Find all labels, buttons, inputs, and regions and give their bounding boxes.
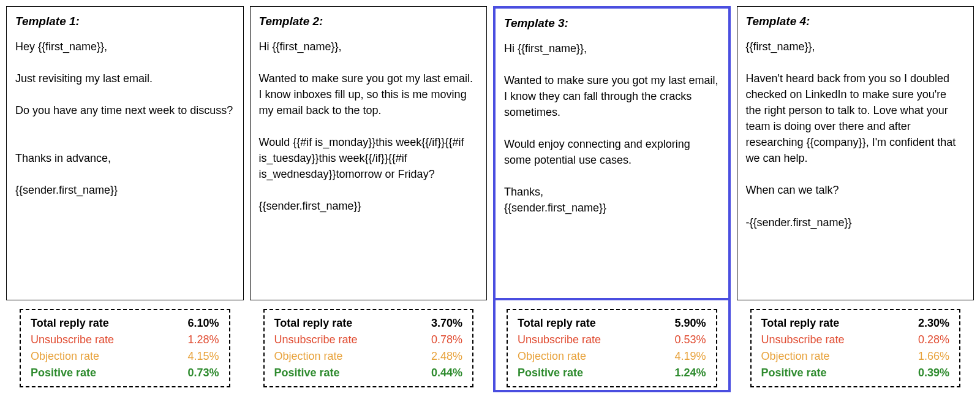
stats-wrap: Total reply rate 6.10% Unsubscribe rate … (6, 300, 244, 392)
stat-pos: Positive rate 0.44% (274, 365, 463, 381)
stat-value: 1.24% (674, 367, 706, 379)
stat-value: 0.39% (918, 367, 949, 379)
stats-wrap: Total reply rate 2.30% Unsubscribe rate … (737, 300, 974, 392)
stats-box: Total reply rate 6.10% Unsubscribe rate … (20, 309, 230, 387)
stat-value: 0.78% (431, 333, 462, 346)
stat-obj: Objection rate 4.15% (31, 348, 219, 365)
template-column: Template 4: {{first_name}}, Haven't hear… (737, 6, 974, 392)
template-body: Hi {{first_name}}, Wanted to make sure y… (259, 39, 478, 215)
stat-label: Total reply rate (31, 317, 109, 330)
stats-box: Total reply rate 2.30% Unsubscribe rate … (750, 309, 961, 387)
stat-value: 1.66% (918, 350, 949, 363)
template-title: Template 3: (504, 15, 720, 32)
template-box: Template 3: Hi {{first_name}}, Wanted to… (493, 6, 731, 300)
stat-value: 0.28% (918, 333, 949, 346)
stat-value: 4.15% (187, 350, 219, 363)
stat-label: Objection rate (518, 350, 586, 363)
stat-label: Positive rate (518, 367, 583, 379)
stat-label: Positive rate (31, 367, 96, 379)
stat-label: Positive rate (761, 367, 827, 379)
template-box: Template 2: Hi {{first_name}}, Wanted to… (250, 6, 488, 300)
template-body: {{first_name}}, Haven't heard back from … (746, 39, 965, 230)
template-body: Hey {{first_name}}, Just revisiting my l… (15, 39, 235, 199)
stat-total: Total reply rate 5.90% (518, 315, 706, 332)
template-box: Template 4: {{first_name}}, Haven't hear… (737, 6, 974, 300)
stat-total: Total reply rate 3.70% (274, 315, 463, 332)
stat-label: Objection rate (274, 350, 343, 363)
stat-label: Unsubscribe rate (274, 333, 358, 346)
stat-label: Total reply rate (274, 317, 353, 330)
stat-value: 3.70% (431, 317, 462, 330)
stat-value: 5.90% (674, 317, 706, 330)
stat-value: 2.30% (918, 317, 949, 330)
stat-label: Objection rate (761, 350, 830, 363)
stat-label: Unsubscribe rate (761, 333, 845, 346)
stats-box: Total reply rate 3.70% Unsubscribe rate … (263, 309, 474, 387)
stat-value: 4.19% (674, 350, 706, 363)
stat-label: Total reply rate (518, 317, 596, 330)
template-title: Template 2: (259, 13, 478, 30)
template-column: Template 1: Hey {{first_name}}, Just rev… (6, 6, 244, 392)
stat-obj: Objection rate 1.66% (761, 348, 950, 365)
stat-total: Total reply rate 2.30% (761, 315, 950, 332)
stat-pos: Positive rate 0.39% (761, 365, 950, 381)
template-column-highlighted: Template 3: Hi {{first_name}}, Wanted to… (493, 6, 731, 392)
stat-pos: Positive rate 1.24% (518, 365, 706, 381)
stat-value: 0.73% (187, 367, 219, 379)
stat-label: Unsubscribe rate (518, 333, 601, 346)
stat-label: Positive rate (274, 367, 340, 379)
template-title: Template 1: (15, 13, 235, 30)
stat-label: Objection rate (31, 350, 99, 363)
stat-unsub: Unsubscribe rate 0.53% (518, 332, 706, 348)
stat-unsub: Unsubscribe rate 1.28% (31, 332, 219, 348)
stat-total: Total reply rate 6.10% (31, 315, 219, 332)
stat-label: Unsubscribe rate (31, 333, 114, 346)
stat-unsub: Unsubscribe rate 0.28% (761, 332, 950, 348)
stat-obj: Objection rate 2.48% (274, 348, 463, 365)
stat-unsub: Unsubscribe rate 0.78% (274, 332, 463, 348)
template-grid: Template 1: Hey {{first_name}}, Just rev… (6, 6, 974, 392)
stat-obj: Objection rate 4.19% (518, 348, 706, 365)
stats-wrap: Total reply rate 3.70% Unsubscribe rate … (250, 300, 488, 392)
stat-value: 0.44% (431, 367, 462, 379)
template-title: Template 4: (746, 13, 965, 30)
stat-value: 1.28% (187, 333, 219, 346)
stats-box: Total reply rate 5.90% Unsubscribe rate … (507, 309, 717, 387)
template-body: Hi {{first_name}}, Wanted to make sure y… (504, 40, 720, 216)
stat-pos: Positive rate 0.73% (31, 365, 219, 381)
template-box: Template 1: Hey {{first_name}}, Just rev… (6, 6, 244, 300)
stats-wrap: Total reply rate 5.90% Unsubscribe rate … (493, 300, 731, 392)
stat-value: 0.53% (674, 333, 706, 346)
stat-value: 6.10% (187, 317, 219, 330)
stat-value: 2.48% (431, 350, 462, 363)
stat-label: Total reply rate (761, 317, 840, 330)
template-column: Template 2: Hi {{first_name}}, Wanted to… (250, 6, 488, 392)
